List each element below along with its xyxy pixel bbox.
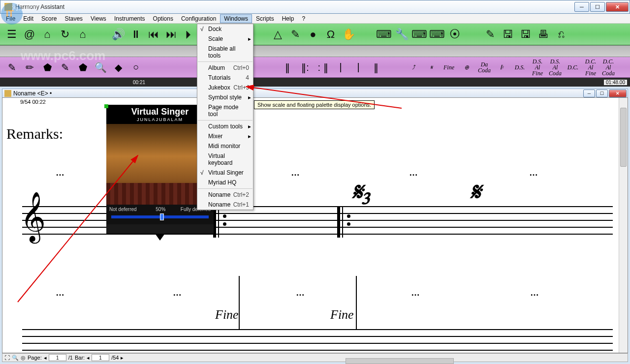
minimize-button[interactable] <box>574 2 589 12</box>
toolbar-icon[interactable]: ⎌ <box>554 28 568 41</box>
menu-views[interactable]: Views <box>87 14 110 23</box>
mark-tool[interactable]: D.C. Al Coda <box>601 61 615 74</box>
barline-icon[interactable]: ‖ <box>281 61 294 74</box>
edit-tool-icon[interactable]: ✎ <box>5 61 19 74</box>
menu-windows[interactable]: Windows <box>220 14 252 23</box>
barline-icon[interactable]: : ‖ <box>316 61 330 74</box>
toolbar-icon[interactable]: ⌂ <box>76 28 90 41</box>
toolbar-icon[interactable]: ⏮ <box>147 28 160 41</box>
toolbar-icon[interactable]: 🖫 <box>519 28 533 41</box>
page-input[interactable] <box>49 354 66 361</box>
ellipsis: … <box>56 288 64 298</box>
menu-help[interactable]: Help <box>278 14 298 23</box>
bar-prev[interactable]: ◂ <box>87 355 90 361</box>
barline-icon[interactable]: ‖: <box>298 61 312 74</box>
menu-item-virtual-keyboard[interactable]: Virtual keyboard <box>197 151 253 168</box>
time-ruler[interactable]: 00:21 01:48.00 <box>0 78 630 87</box>
vertical-scrollbar[interactable] <box>619 98 628 353</box>
zoom-icon[interactable]: 🔍 <box>12 355 19 361</box>
bar-next[interactable]: ▸ <box>121 355 124 361</box>
menu-item-symbol-style[interactable]: Symbol style▸ <box>197 92 253 102</box>
menu-scripts[interactable]: Scripts <box>252 14 278 23</box>
menu-options[interactable]: Options <box>149 14 177 23</box>
menu-configuration[interactable]: Configuration <box>177 14 220 23</box>
mark-tool[interactable]: 𝄆 <box>495 61 509 74</box>
menu-item-myriad-hq[interactable]: Myriad HQ <box>197 178 253 187</box>
page-prev[interactable]: ◂ <box>44 355 47 361</box>
toolbar-icon[interactable]: ⏵ <box>182 28 196 41</box>
toolbar-icon[interactable]: ● <box>306 28 320 41</box>
menubar[interactable]: FileEditScoreStavesViewsInstrumentsOptio… <box>0 14 630 24</box>
resize-handle[interactable] <box>104 104 108 108</box>
toolbar-icon[interactable]: ✎ <box>483 28 497 41</box>
menu-item-noname[interactable]: NonameCtrl+2 <box>197 190 253 200</box>
barline-icon[interactable]: ‖ <box>369 61 383 74</box>
menu-?[interactable]: ? <box>298 14 309 23</box>
edit-tool-icon[interactable]: ◆ <box>111 61 125 74</box>
play-icon[interactable] <box>155 234 165 241</box>
menu-item-custom-tools[interactable]: Custom tools▸ <box>197 121 253 131</box>
toolbar-icon[interactable]: ⏸ <box>129 28 143 41</box>
staff-2[interactable] <box>22 329 613 353</box>
menu-item-tutorials[interactable]: Tutorials4 <box>197 73 253 83</box>
mark-tool[interactable]: D.S. <box>513 61 527 74</box>
doc-maximize-button[interactable] <box>596 90 608 97</box>
scroll-thumb[interactable] <box>346 358 454 364</box>
toolbar-icon[interactable]: ⌨ <box>377 28 391 41</box>
mark-tool[interactable]: 𝄋 <box>424 61 438 74</box>
toolbar-icon[interactable]: 🖫 <box>501 28 515 41</box>
toolbar-icon[interactable]: ⌨ <box>430 28 444 41</box>
toolbar-icon[interactable]: ⦿ <box>448 28 462 41</box>
menu-instruments[interactable]: Instruments <box>110 14 149 23</box>
menu-item-noname[interactable]: NonameCtrl+1 <box>197 200 253 210</box>
menu-staves[interactable]: Staves <box>61 14 87 23</box>
mark-tool[interactable]: Da Coda <box>477 61 491 74</box>
doc-close-button[interactable] <box>609 90 627 97</box>
menu-item-midi-monitor[interactable]: Midi monitor <box>197 141 253 151</box>
toolbar-icon[interactable]: 🔧 <box>395 28 409 41</box>
score-area[interactable]: 9/54 00:22 Remarks: … … … … 𝄋₂ 𝄋₃ 𝄋 𝄞 … … <box>2 97 628 353</box>
mark-tool[interactable]: D.C. <box>566 61 580 74</box>
mark-tool[interactable]: ⊕ <box>460 61 473 74</box>
toolbar-icon[interactable]: ✋ <box>342 28 355 41</box>
window-title: Harmony Assistant <box>15 3 574 10</box>
toolbar-icon[interactable]: ⏭ <box>164 28 178 41</box>
menu-score[interactable]: Score <box>37 14 61 23</box>
mark-tool[interactable]: ⤴ <box>407 61 420 74</box>
mode-icon[interactable]: ⛶ <box>4 355 10 361</box>
menu-item-scale[interactable]: Scale▸ <box>197 34 253 44</box>
barline-icon[interactable]: | <box>334 61 347 74</box>
barline-icon[interactable]: | <box>351 61 365 74</box>
mark-tool[interactable]: D.S. Al Fine <box>531 61 544 74</box>
menu-item-album[interactable]: AlbumCtrl+0 <box>197 63 253 73</box>
toolbar-icon[interactable]: ⌂ <box>40 28 54 41</box>
menu-item-virtual-singer[interactable]: √Virtual Singer <box>197 168 253 178</box>
page-total: /1 <box>68 355 73 361</box>
toolbar-icon[interactable]: ⌨ <box>412 28 426 41</box>
toolbar-icon[interactable]: 🖶 <box>536 28 550 41</box>
mark-tool[interactable]: D.C. Al Fine <box>584 61 598 74</box>
maximize-button[interactable] <box>590 2 605 12</box>
menu-item-page-mode-tool[interactable]: Page mode tool <box>197 102 253 119</box>
statusbar: ⛶ 🔍 ◎ Page: ◂ /1 Bar: ◂ /54 ▸ <box>2 353 628 362</box>
ruler-time-right: 01:48.00 <box>604 80 627 85</box>
menu-item-dock[interactable]: √Dock <box>197 24 253 34</box>
doc-minimize-button[interactable] <box>583 90 595 97</box>
close-button[interactable] <box>606 2 629 12</box>
slider-handle[interactable] <box>160 213 164 220</box>
menu-item-jukebox[interactable]: JukeboxCtrl+J <box>197 83 253 92</box>
toolbar-icon[interactable]: ↻ <box>58 28 72 41</box>
toolbar-icon[interactable]: 🔊 <box>111 28 125 41</box>
mark-tool[interactable]: D.S. Al Coda <box>548 61 562 74</box>
toolbar-icon[interactable]: Ω <box>324 28 338 41</box>
target-icon[interactable]: ◎ <box>21 355 26 361</box>
scroll-thumb[interactable] <box>620 108 627 167</box>
toolbar-icon[interactable]: ✎ <box>288 28 302 41</box>
ellipsis: … <box>291 168 300 178</box>
edit-tool-icon[interactable]: ○ <box>129 61 143 74</box>
menu-item-disable-all-tools[interactable]: Disable all tools <box>197 44 253 61</box>
toolbar-icon[interactable]: △ <box>271 28 284 41</box>
mark-tool[interactable]: Fine <box>442 61 456 74</box>
bar-input[interactable] <box>92 354 109 361</box>
menu-item-mixer[interactable]: Mixer▸ <box>197 131 253 141</box>
